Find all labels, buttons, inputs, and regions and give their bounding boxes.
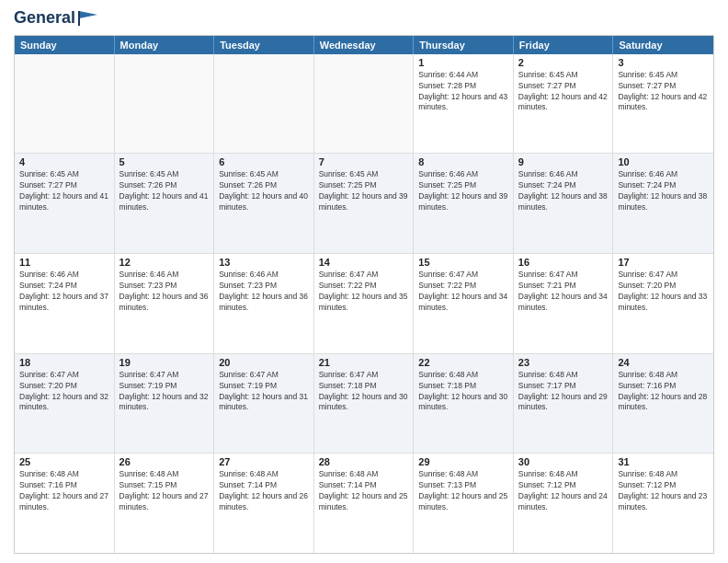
calendar-cell: 27Sunrise: 6:48 AMSunset: 7:14 PMDayligh… xyxy=(214,454,314,553)
cell-info: Sunrise: 6:47 AMSunset: 7:20 PMDaylight:… xyxy=(19,370,109,414)
cell-info: Sunrise: 6:48 AMSunset: 7:15 PMDaylight:… xyxy=(119,469,210,513)
day-number: 11 xyxy=(19,257,109,268)
calendar-cell: 9Sunrise: 6:46 AMSunset: 7:24 PMDaylight… xyxy=(514,154,614,253)
day-number: 30 xyxy=(518,456,609,467)
calendar-cell: 14Sunrise: 6:47 AMSunset: 7:22 PMDayligh… xyxy=(314,254,415,353)
calendar-cell: 25Sunrise: 6:48 AMSunset: 7:16 PMDayligh… xyxy=(15,454,115,553)
calendar-cell: 4Sunrise: 6:45 AMSunset: 7:27 PMDaylight… xyxy=(15,154,115,253)
weekday-header-thursday: Thursday xyxy=(414,36,514,54)
day-number: 28 xyxy=(319,456,409,467)
cell-info: Sunrise: 6:47 AMSunset: 7:22 PMDaylight:… xyxy=(319,270,409,314)
day-number: 2 xyxy=(518,57,609,68)
cell-info: Sunrise: 6:48 AMSunset: 7:12 PMDaylight:… xyxy=(518,469,609,513)
calendar-cell: 28Sunrise: 6:48 AMSunset: 7:14 PMDayligh… xyxy=(314,454,415,553)
day-number: 7 xyxy=(319,156,409,167)
cell-info: Sunrise: 6:48 AMSunset: 7:14 PMDaylight:… xyxy=(319,469,409,513)
cell-info: Sunrise: 6:47 AMSunset: 7:21 PMDaylight:… xyxy=(518,270,609,314)
cell-info: Sunrise: 6:46 AMSunset: 7:24 PMDaylight:… xyxy=(618,169,709,213)
cell-info: Sunrise: 6:46 AMSunset: 7:24 PMDaylight:… xyxy=(19,270,109,314)
cell-info: Sunrise: 6:48 AMSunset: 7:18 PMDaylight:… xyxy=(418,370,508,414)
calendar-cell xyxy=(214,54,314,154)
calendar-cell: 26Sunrise: 6:48 AMSunset: 7:15 PMDayligh… xyxy=(115,454,215,553)
cell-info: Sunrise: 6:47 AMSunset: 7:22 PMDaylight:… xyxy=(418,270,508,314)
cell-info: Sunrise: 6:47 AMSunset: 7:19 PMDaylight:… xyxy=(119,370,210,414)
calendar-cell: 24Sunrise: 6:48 AMSunset: 7:16 PMDayligh… xyxy=(613,354,713,454)
cell-info: Sunrise: 6:45 AMSunset: 7:27 PMDaylight:… xyxy=(618,70,709,114)
day-number: 14 xyxy=(319,257,409,268)
calendar-cell: 16Sunrise: 6:47 AMSunset: 7:21 PMDayligh… xyxy=(514,254,614,353)
cell-info: Sunrise: 6:47 AMSunset: 7:20 PMDaylight:… xyxy=(618,270,709,314)
calendar-cell: 5Sunrise: 6:45 AMSunset: 7:26 PMDaylight… xyxy=(115,154,215,253)
calendar-cell: 1Sunrise: 6:44 AMSunset: 7:28 PMDaylight… xyxy=(414,54,514,154)
cell-info: Sunrise: 6:44 AMSunset: 7:28 PMDaylight:… xyxy=(418,70,508,114)
calendar-cell: 20Sunrise: 6:47 AMSunset: 7:19 PMDayligh… xyxy=(214,354,314,454)
day-number: 5 xyxy=(119,156,210,167)
calendar-cell: 10Sunrise: 6:46 AMSunset: 7:24 PMDayligh… xyxy=(613,154,713,253)
cell-info: Sunrise: 6:47 AMSunset: 7:18 PMDaylight:… xyxy=(319,370,409,414)
calendar-row-2: 4Sunrise: 6:45 AMSunset: 7:27 PMDaylight… xyxy=(15,154,713,254)
logo-text: General xyxy=(14,9,97,28)
calendar-cell: 11Sunrise: 6:46 AMSunset: 7:24 PMDayligh… xyxy=(15,254,115,353)
cell-info: Sunrise: 6:46 AMSunset: 7:25 PMDaylight:… xyxy=(418,169,508,213)
logo: General xyxy=(14,9,97,28)
cell-info: Sunrise: 6:46 AMSunset: 7:23 PMDaylight:… xyxy=(219,270,309,314)
day-number: 24 xyxy=(618,357,709,368)
day-number: 25 xyxy=(19,456,109,467)
weekday-header-monday: Monday xyxy=(115,36,215,54)
calendar-cell xyxy=(15,54,115,154)
day-number: 1 xyxy=(418,57,508,68)
day-number: 26 xyxy=(119,456,210,467)
calendar-row-1: 1Sunrise: 6:44 AMSunset: 7:28 PMDaylight… xyxy=(15,54,713,155)
calendar-cell: 23Sunrise: 6:48 AMSunset: 7:17 PMDayligh… xyxy=(514,354,614,454)
weekday-header-sunday: Sunday xyxy=(15,36,115,54)
cell-info: Sunrise: 6:48 AMSunset: 7:17 PMDaylight:… xyxy=(518,370,609,414)
calendar-cell xyxy=(314,54,415,154)
cell-info: Sunrise: 6:45 AMSunset: 7:26 PMDaylight:… xyxy=(219,169,309,213)
day-number: 8 xyxy=(418,156,508,167)
calendar-cell: 13Sunrise: 6:46 AMSunset: 7:23 PMDayligh… xyxy=(214,254,314,353)
calendar-body: 1Sunrise: 6:44 AMSunset: 7:28 PMDaylight… xyxy=(15,54,713,553)
weekday-header-wednesday: Wednesday xyxy=(314,36,415,54)
calendar-cell: 8Sunrise: 6:46 AMSunset: 7:25 PMDaylight… xyxy=(414,154,514,253)
svg-marker-0 xyxy=(79,11,97,18)
page: General SundayMondayTuesdayWednesdayThur… xyxy=(0,0,728,563)
cell-info: Sunrise: 6:45 AMSunset: 7:27 PMDaylight:… xyxy=(19,169,109,213)
calendar-cell: 19Sunrise: 6:47 AMSunset: 7:19 PMDayligh… xyxy=(115,354,215,454)
day-number: 21 xyxy=(319,357,409,368)
weekday-header-tuesday: Tuesday xyxy=(214,36,314,54)
calendar-row-3: 11Sunrise: 6:46 AMSunset: 7:24 PMDayligh… xyxy=(15,254,713,354)
calendar-cell: 15Sunrise: 6:47 AMSunset: 7:22 PMDayligh… xyxy=(414,254,514,353)
calendar-cell: 12Sunrise: 6:46 AMSunset: 7:23 PMDayligh… xyxy=(115,254,215,353)
calendar-cell: 3Sunrise: 6:45 AMSunset: 7:27 PMDaylight… xyxy=(613,54,713,154)
day-number: 12 xyxy=(119,257,210,268)
header: General xyxy=(14,9,714,28)
calendar-row-5: 25Sunrise: 6:48 AMSunset: 7:16 PMDayligh… xyxy=(15,454,713,553)
day-number: 27 xyxy=(219,456,309,467)
cell-info: Sunrise: 6:46 AMSunset: 7:23 PMDaylight:… xyxy=(119,270,210,314)
cell-info: Sunrise: 6:46 AMSunset: 7:24 PMDaylight:… xyxy=(518,169,609,213)
logo-flag-icon xyxy=(77,11,97,26)
cell-info: Sunrise: 6:45 AMSunset: 7:26 PMDaylight:… xyxy=(119,169,210,213)
calendar: SundayMondayTuesdayWednesdayThursdayFrid… xyxy=(14,35,714,554)
day-number: 20 xyxy=(219,357,309,368)
day-number: 16 xyxy=(518,257,609,268)
cell-info: Sunrise: 6:45 AMSunset: 7:27 PMDaylight:… xyxy=(518,70,609,114)
calendar-cell: 21Sunrise: 6:47 AMSunset: 7:18 PMDayligh… xyxy=(314,354,415,454)
day-number: 3 xyxy=(618,57,709,68)
calendar-header: SundayMondayTuesdayWednesdayThursdayFrid… xyxy=(15,36,713,54)
calendar-cell: 30Sunrise: 6:48 AMSunset: 7:12 PMDayligh… xyxy=(514,454,614,553)
cell-info: Sunrise: 6:47 AMSunset: 7:19 PMDaylight:… xyxy=(219,370,309,414)
calendar-cell xyxy=(115,54,215,154)
day-number: 15 xyxy=(418,257,508,268)
cell-info: Sunrise: 6:48 AMSunset: 7:12 PMDaylight:… xyxy=(618,469,709,513)
day-number: 31 xyxy=(618,456,709,467)
day-number: 19 xyxy=(119,357,210,368)
calendar-cell: 17Sunrise: 6:47 AMSunset: 7:20 PMDayligh… xyxy=(613,254,713,353)
calendar-cell: 29Sunrise: 6:48 AMSunset: 7:13 PMDayligh… xyxy=(414,454,514,553)
day-number: 4 xyxy=(19,156,109,167)
cell-info: Sunrise: 6:48 AMSunset: 7:16 PMDaylight:… xyxy=(19,469,109,513)
day-number: 17 xyxy=(618,257,709,268)
calendar-cell: 31Sunrise: 6:48 AMSunset: 7:12 PMDayligh… xyxy=(613,454,713,553)
calendar-row-4: 18Sunrise: 6:47 AMSunset: 7:20 PMDayligh… xyxy=(15,354,713,454)
weekday-header-friday: Friday xyxy=(514,36,614,54)
